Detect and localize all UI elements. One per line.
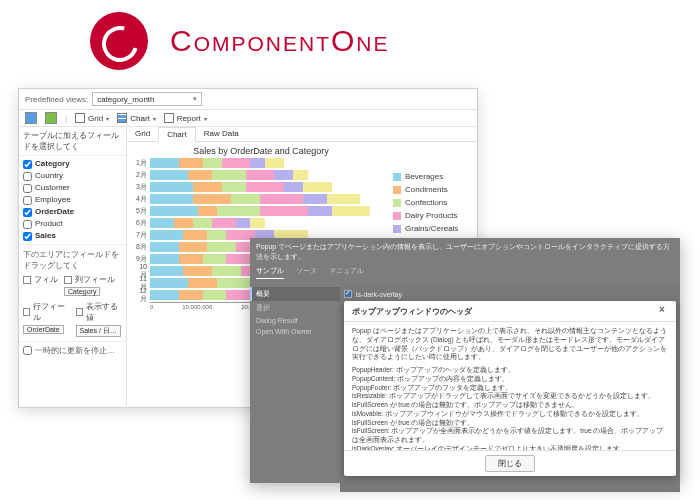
dialog-body: Popup はページまたはアプリケーションの上で表示され、それ以外の情報主なコン… bbox=[344, 322, 676, 450]
bar-segment bbox=[308, 206, 332, 216]
bar-segment bbox=[150, 170, 188, 180]
report-icon bbox=[164, 113, 174, 123]
field-checkbox[interactable] bbox=[23, 232, 32, 241]
predefined-views-combo[interactable]: category_month ▾ bbox=[92, 92, 202, 106]
close-icon[interactable]: × bbox=[656, 305, 668, 317]
bar-stack[interactable] bbox=[150, 170, 389, 180]
bar-stack[interactable] bbox=[150, 182, 389, 192]
drag-hint: 下のエリアにフィールドをドラッグしてく bbox=[19, 244, 126, 273]
tab-manual[interactable]: マニュアル bbox=[329, 266, 364, 279]
sidebar-item[interactable]: 選択 bbox=[250, 301, 340, 315]
tab-chart[interactable]: Chart bbox=[158, 127, 196, 142]
field-row[interactable]: Sales bbox=[23, 230, 122, 242]
bar-row: 5月 bbox=[133, 206, 389, 216]
field-checkbox[interactable] bbox=[23, 184, 32, 193]
bar-segment bbox=[260, 194, 303, 204]
dark-overlay-toggle[interactable]: is-dark-overlay bbox=[344, 290, 676, 298]
bar-segment bbox=[188, 278, 217, 288]
y-axis-label: 6月 bbox=[133, 218, 147, 228]
x-axis-tick: 10,000,000 bbox=[182, 304, 212, 310]
legend-label: Dairy Products bbox=[405, 211, 457, 220]
bar-segment bbox=[222, 158, 251, 168]
columns-icon bbox=[64, 276, 72, 284]
bar-segment bbox=[284, 182, 303, 192]
legend-item[interactable]: Dairy Products bbox=[393, 211, 475, 220]
bar-segment bbox=[260, 206, 308, 216]
legend-item[interactable]: Condiments bbox=[393, 185, 475, 194]
bar-segment bbox=[207, 242, 236, 252]
bar-segment bbox=[222, 182, 246, 192]
field-checkbox[interactable] bbox=[23, 160, 32, 169]
sidebar-item[interactable]: 概要 bbox=[250, 287, 340, 301]
bar-row: 4月 bbox=[133, 194, 389, 204]
bar-row: 6月 bbox=[133, 218, 389, 228]
bar-segment bbox=[150, 230, 183, 240]
field-row[interactable]: OrderDate bbox=[23, 206, 122, 218]
bar-segment bbox=[150, 206, 198, 216]
bar-segment bbox=[150, 158, 179, 168]
bar-segment bbox=[246, 170, 275, 180]
sidebar-item[interactable]: Open With Owner bbox=[250, 326, 340, 337]
sidebar-item[interactable]: Dialog Result bbox=[250, 315, 340, 326]
bar-segment bbox=[250, 158, 264, 168]
chart-mode-button[interactable]: Chart▾ bbox=[117, 113, 156, 123]
bar-segment bbox=[179, 254, 203, 264]
legend-item[interactable]: Beverages bbox=[393, 172, 475, 181]
sigma-icon bbox=[76, 308, 83, 316]
field-row[interactable]: Product bbox=[23, 218, 122, 230]
popup-demo-intro: Popup でページまたはアプリケーション内の情報を表示し、ユーザーにオプション… bbox=[250, 238, 680, 266]
bar-stack[interactable] bbox=[150, 158, 389, 168]
close-button[interactable]: 閉じる bbox=[485, 455, 535, 472]
values-zone-pill[interactable]: Sales / 日… bbox=[76, 325, 121, 337]
dark-overlay-label: is-dark-overlay bbox=[356, 291, 402, 298]
field-checkbox[interactable] bbox=[23, 196, 32, 205]
bar-segment bbox=[217, 206, 260, 216]
brand-name: ComponentOne bbox=[170, 24, 390, 58]
bar-segment bbox=[150, 182, 193, 192]
rows-zone-pill[interactable]: OrderDate bbox=[23, 325, 64, 334]
report-mode-button[interactable]: Report▾ bbox=[164, 113, 207, 123]
bar-row: 2月 bbox=[133, 170, 389, 180]
tab-source[interactable]: ソース bbox=[296, 266, 317, 279]
bar-segment bbox=[174, 218, 193, 228]
legend-item[interactable]: Grains/Cereals bbox=[393, 224, 475, 233]
bar-stack[interactable] bbox=[150, 194, 389, 204]
legend-item[interactable]: Confections bbox=[393, 198, 475, 207]
field-label: Customer bbox=[35, 182, 70, 194]
field-row[interactable]: Category bbox=[23, 158, 122, 170]
field-row[interactable]: Employee bbox=[23, 194, 122, 206]
bar-segment bbox=[198, 206, 217, 216]
bar-segment bbox=[179, 158, 203, 168]
field-checkbox[interactable] bbox=[23, 172, 32, 181]
bar-segment bbox=[246, 182, 284, 192]
field-row[interactable]: Customer bbox=[23, 182, 122, 194]
y-axis-label: 1月 bbox=[133, 158, 147, 168]
field-panel: テーブルに加えるフィールドを選択してく CategoryCountryCusto… bbox=[19, 127, 127, 411]
field-checkbox[interactable] bbox=[23, 208, 32, 217]
chart-title: Sales by OrderDate and Category bbox=[133, 146, 389, 156]
filter-zone-label: フィル bbox=[23, 274, 58, 285]
columns-zone-pill[interactable]: Category bbox=[64, 287, 100, 296]
field-checkbox[interactable] bbox=[23, 220, 32, 229]
tab-grid[interactable]: Grid bbox=[127, 127, 158, 141]
defer-update-checkbox[interactable] bbox=[23, 346, 32, 355]
bar-stack[interactable] bbox=[150, 206, 389, 216]
legend-swatch-icon bbox=[393, 212, 401, 220]
save-icon[interactable] bbox=[25, 112, 37, 124]
bar-segment bbox=[179, 242, 208, 252]
bar-segment bbox=[274, 170, 293, 180]
field-list: CategoryCountryCustomerEmployeeOrderDate… bbox=[19, 156, 126, 244]
load-icon[interactable] bbox=[45, 112, 57, 124]
field-label: Country bbox=[35, 170, 63, 182]
bar-segment bbox=[150, 242, 179, 252]
field-row[interactable]: Country bbox=[23, 170, 122, 182]
defer-update-row[interactable]: 一時的に更新を停止… bbox=[19, 341, 126, 359]
bar-segment bbox=[203, 254, 227, 264]
bar-stack[interactable] bbox=[150, 218, 389, 228]
legend-swatch-icon bbox=[393, 199, 401, 207]
tab-rawdata[interactable]: Raw Data bbox=[196, 127, 247, 141]
bar-segment bbox=[212, 266, 241, 276]
grid-mode-button[interactable]: Grid▾ bbox=[75, 113, 109, 123]
chevron-down-icon: ▾ bbox=[153, 115, 156, 122]
tab-sample[interactable]: サンプル bbox=[256, 266, 284, 279]
